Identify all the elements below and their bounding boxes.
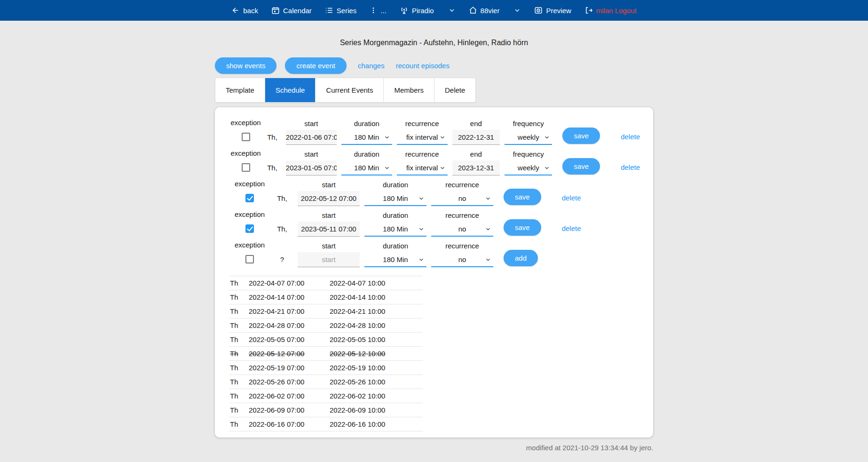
show-events-button[interactable]: show events [215, 57, 276, 74]
channel-dropdown-chevron-icon[interactable] [513, 7, 521, 14]
event-day: Th [229, 364, 249, 372]
duration-value: 180 Min [383, 255, 408, 263]
kebab-icon [370, 6, 377, 15]
frequency-label: frequency [505, 150, 552, 158]
exception-checkbox[interactable] [245, 194, 254, 202]
recurrence-select[interactable]: fix interval [397, 130, 448, 145]
nav-preview[interactable]: Preview [534, 6, 571, 15]
modified-info: modified at 2021-10-29 13:34:44 by jero. [215, 444, 653, 452]
delete-link[interactable]: delete [621, 133, 640, 141]
recurrence-select[interactable]: no [431, 252, 493, 267]
delete-link[interactable]: delete [621, 163, 640, 171]
duration-select[interactable]: 180 Min [364, 191, 426, 206]
event-day: Th [229, 293, 249, 301]
tab-schedule[interactable]: Schedule [265, 78, 316, 102]
top-nav: back Calendar Series ... Piradio 88vier [0, 0, 868, 21]
tab-current-events[interactable]: Current Events [316, 78, 384, 102]
duration-select[interactable]: 180 Min [364, 252, 426, 267]
day-label: Th, [267, 164, 277, 172]
frequency-select[interactable]: weekly [505, 160, 552, 175]
event-end: 2022-06-16 10:00 [330, 420, 423, 428]
recurrence-value: no [458, 194, 466, 202]
delete-link[interactable]: delete [562, 194, 581, 202]
nav-more-menu[interactable]: ... [370, 6, 387, 15]
recurrence-value: no [458, 225, 466, 233]
event-row: Th 2022-06-16 07:00 2022-06-16 10:00 [229, 417, 423, 431]
start-input[interactable] [298, 222, 360, 237]
exception-checkbox[interactable] [242, 163, 250, 172]
event-start: 2022-05-05 07:00 [249, 335, 330, 343]
tab-template[interactable]: Template [215, 78, 265, 102]
nav-preview-label: Preview [546, 7, 571, 15]
actions-row: show events create event changes recount… [215, 57, 653, 74]
frequency-value: weekly [518, 133, 539, 141]
exception-checkbox[interactable] [242, 133, 250, 141]
nav-logout[interactable]: milan Logout [584, 6, 637, 15]
duration-label: duration [364, 242, 426, 250]
save-button[interactable]: save [562, 158, 600, 175]
duration-value: 180 Min [383, 225, 408, 233]
end-input[interactable] [452, 130, 500, 145]
save-button[interactable]: save [504, 219, 541, 236]
main-column: Series Morgenmagazin - Aufstehn, Hinlege… [215, 39, 653, 452]
frequency-select[interactable]: weekly [505, 130, 552, 145]
event-row: Th 2022-05-05 07:00 2022-05-05 10:00 [229, 333, 423, 347]
recurrence-select[interactable]: no [431, 222, 493, 237]
event-start: 2022-06-02 07:00 [249, 392, 330, 400]
recurrence-label: recurrence [397, 150, 448, 158]
save-button[interactable]: save [562, 127, 600, 144]
nav-station[interactable]: Piradio [400, 6, 434, 15]
recurrence-label: recurrence [431, 242, 493, 250]
schedule-row-exception: exception Th, start duration 180 Min rec… [228, 180, 640, 206]
station-dropdown-chevron-icon[interactable] [448, 7, 456, 14]
exception-label: exception [228, 241, 271, 249]
start-input[interactable] [286, 160, 337, 175]
duration-select[interactable]: 180 Min [341, 130, 392, 145]
exception-checkbox[interactable] [245, 255, 254, 263]
event-start: 2022-04-07 07:00 [249, 279, 330, 287]
schedule-row-exception: exception Th, start duration 180 Min rec… [228, 210, 640, 237]
antenna-icon [400, 6, 409, 15]
event-row: Th 2022-05-19 07:00 2022-05-19 10:00 [229, 361, 423, 375]
tab-members[interactable]: Members [384, 78, 434, 102]
exception-checkbox[interactable] [245, 224, 254, 233]
event-end: 2022-05-12 10:00 [330, 350, 423, 358]
start-input[interactable] [286, 130, 337, 145]
duration-select[interactable]: 180 Min [364, 222, 426, 237]
recurrence-label: recurrence [397, 119, 448, 127]
create-event-button[interactable]: create event [285, 57, 347, 74]
start-input[interactable] [298, 252, 360, 267]
delete-link[interactable]: delete [562, 224, 581, 232]
recount-episodes-link[interactable]: recount episodes [396, 62, 450, 70]
nav-series[interactable]: Series [325, 6, 357, 15]
end-input[interactable] [452, 160, 500, 175]
nav-logout-label: milan Logout [596, 7, 637, 15]
exception-label: exception [228, 149, 263, 157]
duration-label: duration [341, 119, 392, 127]
add-button[interactable]: add [504, 250, 538, 266]
frequency-value: weekly [518, 164, 539, 172]
list-icon [325, 6, 333, 15]
duration-label: duration [364, 211, 426, 219]
duration-label: duration [341, 150, 392, 158]
nav-calendar[interactable]: Calendar [271, 6, 312, 15]
tab-delete[interactable]: Delete [434, 78, 475, 102]
changes-link[interactable]: changes [358, 62, 385, 70]
event-start: 2022-04-21 07:00 [249, 307, 330, 315]
end-label: end [452, 150, 500, 158]
nav-channel[interactable]: 88vier [469, 6, 500, 15]
nav-back[interactable]: back [231, 6, 258, 15]
recurrence-select[interactable]: no [431, 191, 493, 206]
duration-label: duration [364, 181, 426, 189]
chevron-down-icon [418, 226, 425, 234]
exception-label: exception [228, 180, 271, 188]
nav-series-label: Series [337, 7, 357, 15]
start-input[interactable] [298, 191, 360, 206]
event-end: 2022-05-19 10:00 [330, 364, 423, 372]
event-row: Th 2022-06-09 07:00 2022-06-09 10:00 [229, 403, 423, 417]
duration-select[interactable]: 180 Min [341, 160, 392, 175]
duration-value: 180 Min [383, 194, 408, 202]
event-day: Th [229, 335, 249, 343]
recurrence-select[interactable]: fix interval [397, 160, 448, 175]
save-button[interactable]: save [504, 189, 541, 205]
